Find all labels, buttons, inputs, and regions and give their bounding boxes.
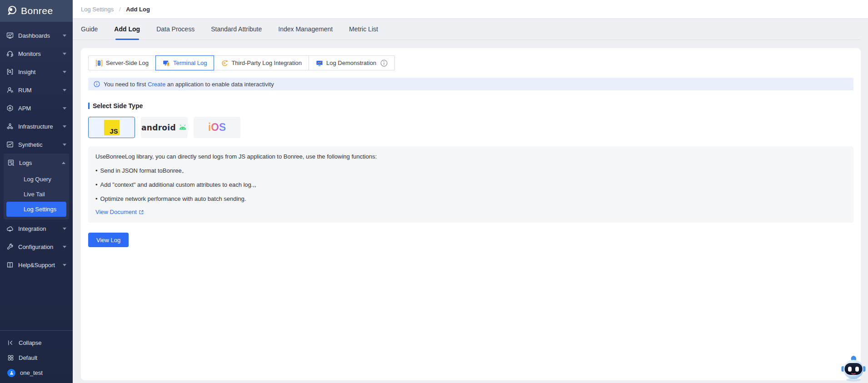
log-source-label: Server-Side Log: [106, 60, 149, 66]
server-icon: [95, 60, 103, 67]
chevron-down-icon: [63, 264, 66, 266]
assistant-robot-icon[interactable]: [841, 354, 866, 382]
tab-add-log[interactable]: Add Log: [114, 18, 140, 40]
tab-label: Metric List: [349, 25, 378, 33]
description-bullet: Add "context" and additional custom attr…: [95, 181, 846, 189]
sidebar-item-label: Infrastructure: [18, 123, 63, 130]
sidebar-child-label: Log Settings: [24, 206, 56, 213]
sidebar-item-label: Monitors: [18, 50, 63, 57]
sidebar-item-label: APM: [18, 105, 63, 112]
description-panel: UseBonreeLog library, you can directly s…: [88, 146, 853, 223]
side-type-android[interactable]: android: [141, 117, 188, 138]
grid-icon: [7, 354, 14, 361]
chevron-up-icon: [62, 162, 65, 164]
sidebar-item-log-settings[interactable]: Log Settings: [6, 202, 66, 217]
collapse-label: Collapse: [19, 339, 42, 346]
side-type-ios[interactable]: iOS: [194, 117, 240, 138]
log-demonstration-button[interactable]: Log Demonstration: [309, 55, 395, 70]
chevron-down-icon: [63, 107, 66, 109]
collapse-button[interactable]: Collapse: [0, 335, 73, 350]
tab-metric-list[interactable]: Metric List: [349, 18, 378, 40]
tab-standard-attribute[interactable]: Standard Attribute: [211, 18, 262, 40]
collapse-icon: [7, 339, 14, 346]
banner-text-before: You need to first: [104, 81, 146, 88]
sidebar-item-label: Synthetic: [18, 141, 63, 148]
terminal-devices-icon: [163, 60, 170, 67]
server-side-log-button[interactable]: Server-Side Log: [88, 55, 156, 70]
sidebar-footer: Collapse Default one_test: [0, 330, 73, 383]
sidebar-item-log-query[interactable]: Log Query: [6, 172, 66, 187]
tab-label: Standard Attribute: [211, 25, 262, 33]
sidebar-item-logs[interactable]: Logs: [4, 154, 69, 172]
chevron-down-icon: [63, 228, 66, 230]
user-avatar: [7, 369, 15, 377]
main-area: Log Settings / Add Log Guide Add Log Dat…: [73, 0, 868, 383]
info-icon[interactable]: [380, 60, 388, 67]
sidebar-item-label: Integration: [18, 225, 63, 232]
tab-label: Guide: [81, 25, 98, 33]
nodes-icon: [6, 123, 14, 130]
sidebar-item-label: Dashboards: [18, 32, 63, 39]
js-logo-icon: JS: [104, 120, 120, 135]
sidebar-item-dashboards[interactable]: Dashboards: [0, 26, 73, 45]
workspace-label: Default: [19, 354, 37, 361]
sidebar-item-apm[interactable]: APM: [0, 99, 73, 117]
log-source-label: Third-Party Log Integration: [231, 60, 302, 66]
chevron-down-icon: [63, 144, 66, 146]
sidebar-item-rum[interactable]: RUM: [0, 81, 73, 99]
info-banner: You need to first Create an application …: [88, 78, 853, 90]
android-icon: [178, 124, 187, 131]
chevron-down-icon: [63, 246, 66, 248]
headset-icon: [6, 50, 14, 57]
book-icon: [6, 261, 14, 269]
terminal-log-button[interactable]: Terminal Log: [155, 55, 214, 70]
sidebar-item-insight[interactable]: Insight: [0, 63, 73, 81]
breadcrumb: Log Settings / Add Log: [81, 6, 150, 13]
sidebar-item-synthetic[interactable]: Synthetic: [0, 135, 73, 154]
banner-text-after: an application to enable data interactiv…: [167, 81, 274, 88]
brand-logo[interactable]: Bonree: [0, 0, 73, 22]
sidebar-item-infrastructure[interactable]: Infrastructure: [0, 117, 73, 135]
sidebar-child-label: Live Tail: [24, 191, 45, 198]
view-document-link[interactable]: View Document: [95, 209, 144, 215]
tab-index-management[interactable]: Index Management: [278, 18, 333, 40]
sidebar-item-live-tail[interactable]: Live Tail: [6, 187, 66, 202]
description-intro: UseBonreeLog library, you can directly s…: [95, 153, 846, 161]
username-label: one_test: [20, 369, 43, 376]
tab-label: Add Log: [114, 25, 140, 33]
log-source-switcher: Server-Side Log Terminal Log Third-Party…: [88, 55, 853, 70]
log-source-label: Terminal Log: [173, 60, 207, 66]
create-link[interactable]: Create: [148, 81, 165, 88]
sidebar-item-monitors[interactable]: Monitors: [0, 45, 73, 63]
topbar: Log Settings / Add Log: [73, 0, 868, 18]
breadcrumb-current: Add Log: [126, 6, 150, 13]
chevron-down-icon: [63, 89, 66, 91]
external-link-icon: [139, 209, 144, 215]
third-party-log-button[interactable]: Third-Party Log Integration: [214, 55, 309, 70]
third-party-icon: [221, 60, 228, 67]
side-type-js[interactable]: JS: [88, 117, 135, 138]
view-log-button[interactable]: View Log: [88, 233, 129, 247]
brand-name: Bonree: [21, 5, 53, 16]
sidebar-item-configuration[interactable]: Configuration: [0, 238, 73, 256]
sidebar-child-label: Log Query: [24, 176, 51, 183]
side-type-options: JS android iOS: [88, 117, 853, 138]
tab-label: Index Management: [278, 25, 333, 33]
log-source-label: Log Demonstration: [326, 60, 376, 66]
breadcrumb-parent[interactable]: Log Settings: [81, 6, 114, 13]
wrench-icon: [6, 243, 14, 250]
tab-data-process[interactable]: Data Process: [156, 18, 195, 40]
workspace-switcher[interactable]: Default: [0, 350, 73, 365]
info-circle-icon: [94, 81, 100, 87]
app-root: Bonree Dashboards Monitors Insight RUM: [0, 0, 868, 383]
ios-label: iOS: [208, 121, 226, 134]
user-icon: [6, 86, 14, 94]
synthetic-chart-icon: [6, 141, 14, 148]
sidebar-item-integration[interactable]: Integration: [0, 219, 73, 238]
breadcrumb-separator: /: [119, 6, 121, 13]
sidebar-item-help-support[interactable]: Help&Support: [0, 256, 73, 274]
chevron-down-icon: [63, 125, 66, 128]
user-account[interactable]: one_test: [0, 365, 73, 380]
tab-guide[interactable]: Guide: [81, 18, 98, 40]
tab-bar: Guide Add Log Data Process Standard Attr…: [73, 18, 861, 40]
